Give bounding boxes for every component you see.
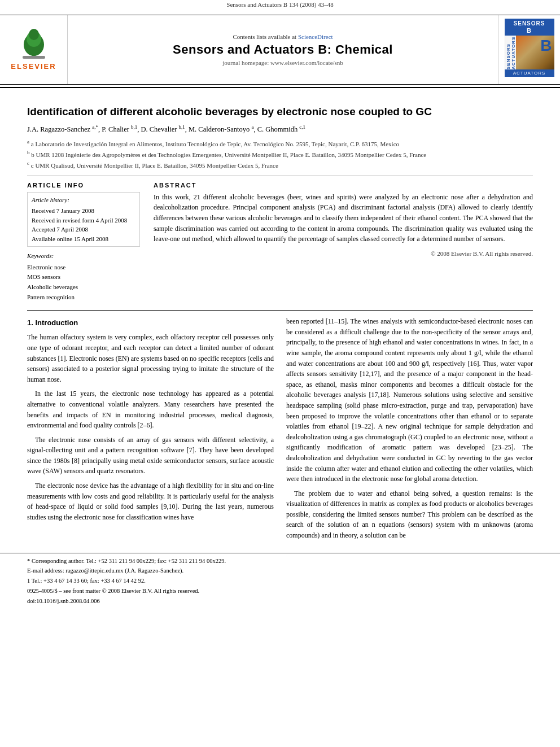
authors: J.A. Ragazzo-Sanchez a,*, P. Chalier b,1… [27, 124, 533, 135]
divider-1 [27, 176, 533, 176]
journal-homepage: journal homepage: www.elsevier.com/locat… [222, 59, 343, 66]
footnote-note1: 1 Tel.: +33 4 67 14 33 60; fax: +33 4 67… [27, 576, 533, 586]
article-title: Identification of different alcoholic be… [27, 105, 533, 119]
sensors-logo-left-col: SENSORS ACTUATORS [505, 36, 516, 69]
keywords-label: Keywords: [27, 251, 140, 261]
affiliation-c: c c UMR Qualisud, Université Montpellier… [27, 160, 533, 170]
abstract-label: ABSTRACT [154, 182, 533, 189]
affiliations: a a Laboratorio de Investigación Integra… [27, 138, 533, 170]
svg-rect-4 [23, 56, 45, 59]
history-label: Article history: [32, 195, 135, 205]
article-history: Article history: Received 7 January 2008… [27, 192, 140, 247]
sciencedirect-anchor[interactable]: ScienceDirect [298, 33, 333, 40]
journal-citation: Sensors and Actuators B 134 (2008) 43–48 [226, 1, 333, 8]
footnote-corresponding: * Corresponding author. Tel.: +52 311 21… [27, 557, 533, 566]
article-info-label: ARTICLE INFO [27, 182, 140, 189]
header-main: ELSEVIER Contents lists available at Sci… [0, 15, 560, 85]
affiliation-a: a a Laboratorio de Investigación Integra… [27, 138, 533, 148]
footnotes: * Corresponding author. Tel.: +52 311 21… [0, 553, 560, 606]
article-info-row: ARTICLE INFO Article history: Received 7… [27, 182, 533, 302]
abstract-text: In this work, 21 different alcoholic bev… [154, 192, 533, 244]
body-p4: The electronic nose device has the advan… [27, 480, 274, 522]
keyword-2: MOS sensors [27, 272, 140, 282]
abstract-section: ABSTRACT In this work, 21 different alco… [154, 182, 533, 302]
journal-meta-top: Sensors and Actuators B 134 (2008) 43–48 [0, 0, 560, 11]
footnote-doi: doi:10.1016/j.snb.2008.04.006 [27, 597, 533, 606]
elsevier-logo: ELSEVIER [0, 15, 68, 84]
body-columns: 1. Introduction The human olfactory syst… [27, 316, 533, 544]
article-info-left: ARTICLE INFO Article history: Received 7… [27, 182, 140, 302]
body-col-right: been reported [11–15]. The wines analysi… [286, 316, 533, 544]
content: Identification of different alcoholic be… [0, 88, 560, 545]
header-center: Contents lists available at ScienceDirec… [68, 15, 498, 84]
body-divider [27, 310, 533, 311]
keywords-box: Keywords: Electronic nose MOS sensors Al… [27, 251, 140, 302]
history-available: Available online 15 April 2008 [32, 234, 135, 244]
sensors-logo-main-img: B [516, 36, 554, 69]
svg-point-3 [29, 29, 39, 40]
history-received: Received 7 January 2008 [32, 206, 135, 216]
body-p2: In the last 15 years, the electronic nos… [27, 388, 274, 430]
body-p5: been reported [11–15]. The wines analysi… [286, 316, 533, 484]
section1-heading: 1. Introduction [27, 317, 274, 329]
sensors-logo-img: SENSORSB SENSORS ACTUATORS B ACTUATORS [505, 19, 554, 81]
elsevier-wordmark: ELSEVIER [11, 62, 56, 71]
journal-title: Sensors and Actuators B: Chemical [173, 42, 393, 57]
history-revised: Received in revised form 4 April 2008 [32, 216, 135, 225]
keyword-3: Alcoholic beverages [27, 282, 140, 292]
footnote-issn: 0925-4005/$ – see front matter © 2008 El… [27, 587, 533, 596]
elsevier-tree-icon [17, 29, 51, 60]
copyright: © 2008 Elsevier B.V. All rights reserved… [154, 250, 533, 257]
body-p1: The human olfactory system is very compl… [27, 332, 274, 385]
sensors-logo-box: SENSORSB SENSORS ACTUATORS B ACTUATORS [498, 15, 560, 84]
body-col-left: 1. Introduction The human olfactory syst… [27, 316, 274, 544]
keyword-1: Electronic nose [27, 263, 140, 273]
footnote-email: E-mail address: ragazzo@ittepic.edu.mx (… [27, 566, 533, 575]
affiliation-b: b b UMR 1208 Ingénierie des Agropolymère… [27, 149, 533, 159]
body-p6: The problem due to water and ethanol bei… [286, 488, 533, 541]
sensors-logo-bottom: ACTUATORS [505, 69, 554, 77]
sensors-logo-mid: SENSORS ACTUATORS B [505, 36, 554, 69]
sensors-logo-b-letter: B [540, 38, 552, 54]
sciencedirect-link: Contents lists available at ScienceDirec… [233, 33, 333, 40]
history-accepted: Accepted 7 April 2008 [32, 225, 135, 234]
keyword-4: Pattern recognition [27, 292, 140, 303]
page: Sensors and Actuators B 134 (2008) 43–48… [0, 0, 560, 747]
sensors-logo-top: SENSORSB [505, 19, 554, 36]
journal-header: ELSEVIER Contents lists available at Sci… [0, 11, 560, 88]
body-p3: The electronic nose consists of an array… [27, 435, 274, 477]
